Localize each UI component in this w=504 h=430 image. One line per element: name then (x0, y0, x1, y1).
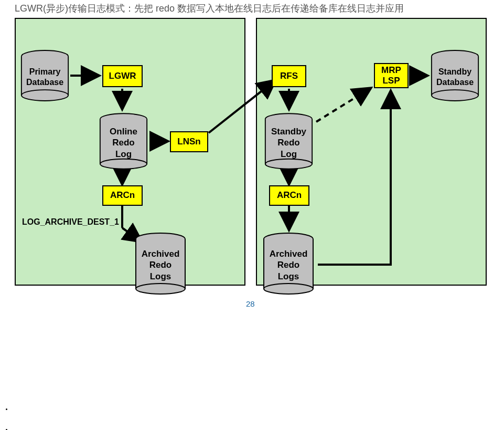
bullet-item (13, 406, 504, 412)
svg-point-36 (265, 159, 312, 169)
mrp-lsp-box: MRPLSP (374, 63, 409, 88)
standby-arcn-box: ARCn (269, 185, 309, 206)
online-redo-log-label: OnlineRedoLog (110, 123, 137, 160)
primary-archived-cylinder: ArchivedRedoLogs (134, 232, 187, 295)
lnsn-box: LNSn (170, 131, 208, 152)
online-redo-log-cylinder: OnlineRedoLog (99, 112, 148, 170)
primary-db-label: PrimaryDatabase (26, 64, 63, 88)
standby-db-cylinder: StandbyDatabase (430, 49, 480, 102)
svg-point-31 (432, 90, 478, 101)
bullet-list (0, 406, 504, 430)
caption-text: LGWR(异步)传输日志模式：先把 redo 数据写入本地在线日志后在传递给备库… (0, 0, 504, 15)
standby-redo-log-cylinder: StandbyRedoLog (264, 112, 314, 170)
diagram-container: Primary Database Standby Database (15, 18, 489, 312)
standby-db-label: StandbyDatabase (436, 64, 474, 88)
primary-archived-label: ArchivedRedoLogs (142, 245, 180, 282)
primary-db-cylinder: PrimaryDatabase (20, 49, 70, 102)
primary-arcn-box: ARCn (102, 185, 143, 206)
standby-archived-label: ArchivedRedoLogs (270, 245, 308, 282)
log-archive-dest-label: LOG_ARCHIVE_DEST_1 (22, 217, 119, 227)
svg-point-21 (100, 159, 147, 169)
svg-point-41 (264, 284, 313, 294)
svg-point-16 (22, 90, 68, 101)
lgwr-box: LGWR (102, 65, 143, 87)
svg-point-26 (136, 284, 185, 294)
standby-archived-cylinder: ArchivedRedoLogs (262, 232, 315, 295)
page-number: 28 (246, 299, 255, 308)
bullet-item (13, 427, 504, 430)
standby-redo-log-label: StandbyRedoLog (271, 123, 306, 160)
rfs-box: RFS (272, 65, 306, 87)
